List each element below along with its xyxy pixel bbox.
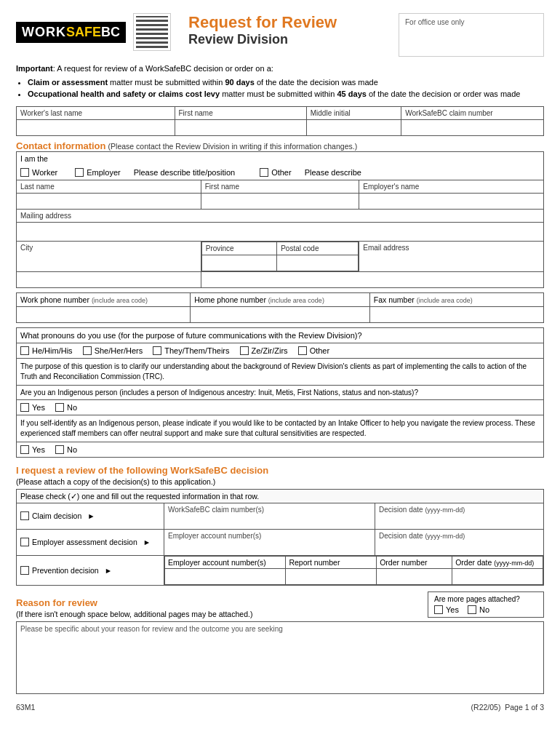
pronoun-ze[interactable]: Ze/Zir/Zirs: [240, 346, 288, 355]
prev-acct-label: Employer account number(s): [165, 556, 286, 568]
work-phone-input[interactable]: [17, 306, 191, 322]
pronoun-other-checkbox[interactable]: [298, 346, 307, 355]
page-header: WORK SAFE BC Request for Review Review D…: [16, 13, 544, 57]
postal-input[interactable]: [277, 255, 359, 271]
pronoun-he-checkbox[interactable]: [20, 346, 29, 355]
navigate-yes[interactable]: Yes: [20, 445, 45, 454]
review-attach-note: (Please attach a copy of the decision(s)…: [16, 477, 544, 486]
mailing-address-label: Mailing address: [17, 209, 544, 222]
claim-option[interactable]: Claim decision ►: [20, 511, 160, 520]
claim-checkbox[interactable]: [20, 511, 29, 520]
iam-label: I am the: [20, 154, 48, 163]
qr-code: [133, 13, 171, 51]
navigate-no[interactable]: No: [55, 445, 77, 454]
prevention-checkbox[interactable]: [20, 566, 29, 575]
claim-num-input[interactable]: [168, 514, 371, 527]
pronoun-question-row: What pronouns do you use (for the purpos…: [16, 327, 544, 343]
worker-option[interactable]: Worker: [20, 168, 57, 177]
trc-text: The purpose of this question is to clari…: [20, 362, 527, 381]
footer-version: (R22/05): [471, 703, 501, 712]
mailing-address-input[interactable]: [17, 222, 544, 241]
province-input[interactable]: [201, 255, 276, 271]
navigate-yes-checkbox[interactable]: [20, 445, 29, 454]
pronoun-options-row: He/Him/His She/Her/Hers They/Them/Theirs…: [16, 343, 544, 358]
home-phone-input[interactable]: [191, 306, 370, 322]
navigate-text-block: If you self-identify as an Indigenous pe…: [16, 415, 544, 442]
more-pages-no-checkbox[interactable]: [468, 605, 476, 614]
navigate-no-checkbox[interactable]: [55, 445, 64, 454]
claim-num-label: WorkSafeBC claim number(s): [168, 506, 371, 514]
worker-last-name-label: Worker's last name: [17, 106, 175, 119]
other-option[interactable]: Other: [260, 168, 292, 177]
employer-acct-label: Employer account number(s): [168, 532, 371, 540]
pronoun-she[interactable]: She/Her/Hers: [83, 346, 143, 355]
more-pages-yes[interactable]: Yes: [434, 605, 459, 614]
pronoun-they-checkbox[interactable]: [153, 346, 161, 355]
worker-last-name-input[interactable]: [17, 119, 175, 135]
navigate-no-label: No: [67, 445, 77, 454]
navigate-text: If you self-identify as an Indigenous pe…: [20, 419, 535, 437]
employer-assess-option[interactable]: Employer assessment decision ►: [20, 538, 160, 546]
province-label: Province: [201, 242, 276, 255]
employer-checkbox[interactable]: [75, 168, 84, 177]
worker-info-table: Worker's last name First name Middle ini…: [16, 106, 544, 136]
claim-date-input[interactable]: [379, 514, 540, 527]
email-input[interactable]: [201, 271, 543, 287]
claim-row: Claim decision ► WorkSafeBC claim number…: [17, 503, 544, 529]
prev-order-date-input[interactable]: [452, 568, 543, 584]
contact-title: Contact information: [16, 140, 106, 151]
reason-subtitle: (If there isn't enough space below, addi…: [16, 610, 419, 618]
more-pages-yes-checkbox[interactable]: [434, 605, 443, 614]
worker-middle-initial-input[interactable]: [306, 119, 401, 135]
city-input[interactable]: [17, 271, 201, 287]
employer-option[interactable]: Employer: [75, 168, 120, 177]
more-pages-box: Are more pages attached? Yes No: [428, 591, 544, 618]
reason-text-box[interactable]: Please be specific about your reason for…: [16, 621, 544, 694]
employer-date-input[interactable]: [379, 540, 540, 553]
employer-name-input[interactable]: [359, 193, 544, 209]
worker-first-name-label: First name: [175, 106, 306, 119]
navigate-cb-row: Yes No: [16, 442, 544, 458]
prev-report-input[interactable]: [286, 568, 377, 584]
indigenous-yes[interactable]: Yes: [20, 403, 45, 412]
logo-bc: BC: [101, 25, 120, 40]
check-note: Please check (✓) one and fill out the re…: [17, 489, 544, 503]
pronoun-he[interactable]: He/Him/His: [20, 346, 73, 355]
pronoun-she-checkbox[interactable]: [83, 346, 92, 355]
fax-label: Fax number (include area code): [369, 292, 543, 306]
pronoun-other[interactable]: Other: [298, 346, 330, 355]
prev-acct-input[interactable]: [165, 568, 286, 584]
worker-middle-initial-label: Middle initial: [306, 106, 401, 119]
pronoun-ze-checkbox[interactable]: [240, 346, 249, 355]
employer-arrow-icon: ►: [143, 538, 151, 546]
indigenous-no[interactable]: No: [55, 403, 77, 412]
form-title-main: Request for Review: [188, 13, 399, 32]
contact-note: (Please contact the Review Division in w…: [108, 142, 358, 151]
fax-input[interactable]: [369, 306, 543, 322]
other-checkbox[interactable]: [260, 168, 268, 177]
employer-acct-input[interactable]: [168, 540, 371, 553]
prevention-option[interactable]: Prevention decision ►: [20, 566, 160, 575]
employer-date-label: Decision date (yyyy-mm-dd): [379, 532, 540, 540]
province-postal-table: Province Postal code: [201, 242, 359, 271]
worker-checkbox[interactable]: [20, 168, 29, 177]
more-pages-no[interactable]: No: [468, 605, 489, 614]
indigenous-yes-checkbox[interactable]: [20, 403, 29, 412]
last-name-label: Last name: [17, 180, 201, 193]
indigenous-no-checkbox[interactable]: [55, 403, 64, 412]
postal-label: Postal code: [277, 242, 359, 255]
last-name-input[interactable]: [17, 193, 201, 209]
worker-claim-num-input[interactable]: [401, 119, 544, 135]
worker-first-name-input[interactable]: [175, 119, 306, 135]
other-label: Other: [271, 168, 292, 177]
pronoun-they[interactable]: They/Them/Theirs: [153, 346, 229, 355]
first-name-input[interactable]: [201, 193, 359, 209]
employer-assess-checkbox[interactable]: [20, 538, 29, 546]
worker-label: Worker: [32, 168, 57, 177]
prev-order-input[interactable]: [377, 568, 452, 584]
bullet2: Occupational health and safety or claims…: [28, 88, 544, 100]
employer-assess-label: Employer assessment decision: [32, 538, 137, 546]
pronoun-they-label: They/Them/Theirs: [164, 346, 229, 355]
prev-report-label: Report number: [286, 556, 377, 568]
city-label: City: [17, 241, 201, 271]
